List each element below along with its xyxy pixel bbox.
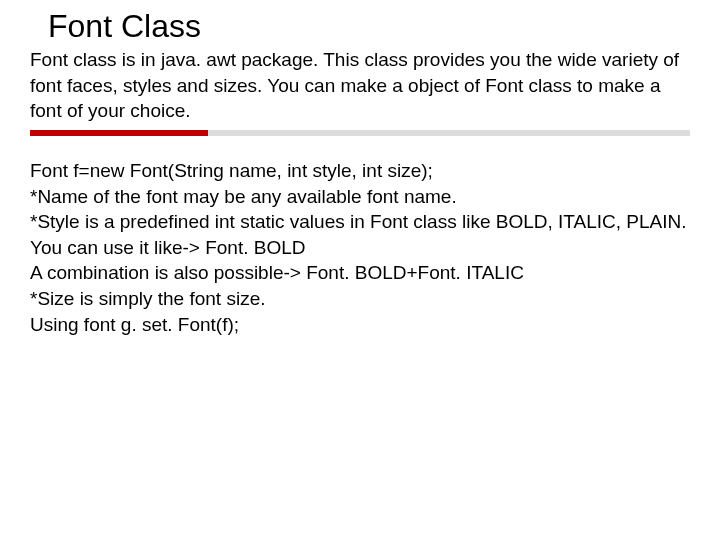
divider-rest (208, 130, 690, 136)
body-line: *Size is simply the font size. (30, 286, 690, 312)
divider-accent (30, 130, 208, 136)
body-line: A combination is also possible-> Font. B… (30, 260, 690, 286)
divider (30, 130, 690, 136)
body-line: Font f=new Font(String name, int style, … (30, 158, 690, 184)
intro-paragraph: Font class is in java. awt package. This… (30, 47, 690, 124)
body-line: Using font g. set. Font(f); (30, 312, 690, 338)
body-line: *Style is a predefined int static values… (30, 209, 690, 260)
body-line: *Name of the font may be any available f… (30, 184, 690, 210)
body-content: Font f=new Font(String name, int style, … (30, 158, 690, 337)
slide-title: Font Class (48, 8, 690, 45)
